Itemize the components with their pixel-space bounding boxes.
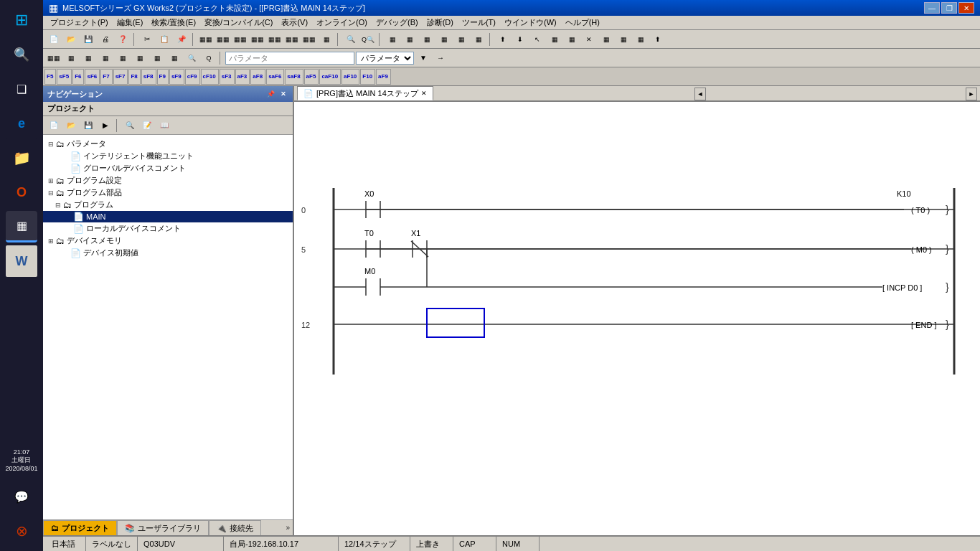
- fkey-af3[interactable]: aF3: [235, 69, 250, 85]
- tb-icon-o[interactable]: ⬆: [495, 32, 511, 47]
- fkey-f5[interactable]: F5: [44, 69, 56, 85]
- tb2-icon-h[interactable]: 🔍: [184, 51, 199, 65]
- gxworks-button[interactable]: ▦: [6, 211, 37, 242]
- nav-search-btn[interactable]: 🔍: [122, 118, 138, 133]
- tb-icon-r[interactable]: ▦: [547, 32, 562, 47]
- notification-button[interactable]: 💬: [6, 481, 37, 512]
- tb2-icon-b[interactable]: ▦: [80, 51, 96, 65]
- tree-item-intelligent[interactable]: 📄 インテリジェント機能ユニット: [43, 150, 293, 162]
- fkey-f6[interactable]: F6: [72, 69, 84, 85]
- nav-compile-btn[interactable]: ▶: [98, 118, 113, 133]
- active-tab[interactable]: 📄 [PRG]書込 MAIN 14ステップ ✕: [297, 86, 433, 100]
- windows-start-button[interactable]: ⊞: [6, 4, 37, 36]
- menu-debug[interactable]: デバッグ(B): [372, 16, 423, 29]
- nav-pin-button[interactable]: 📌: [265, 90, 277, 98]
- tab-nav-left[interactable]: ◄: [694, 88, 706, 100]
- fkey-sf3[interactable]: sF3: [220, 69, 235, 85]
- param-search-combo[interactable]: パラメータ: [356, 52, 414, 65]
- nav-write-btn[interactable]: 📝: [139, 118, 155, 133]
- fkey-f9[interactable]: F9: [157, 69, 169, 85]
- close-apps-icon[interactable]: ⊗: [6, 515, 37, 547]
- tb-icon-l[interactable]: ▦: [436, 32, 452, 47]
- menu-edit[interactable]: 編集(E): [113, 16, 148, 29]
- fkey-af8[interactable]: aF8: [250, 69, 265, 85]
- fkey-sf9[interactable]: sF9: [169, 69, 184, 85]
- menu-project[interactable]: プロジェクト(P): [46, 16, 113, 29]
- edge-button[interactable]: e: [6, 108, 37, 139]
- tree-item-local-device[interactable]: 📄 ローカルデバイスコメント: [43, 222, 293, 235]
- ladder-area[interactable]: 0 X0 K10 ( T0 ) 5: [294, 102, 980, 535]
- tb-icon-m[interactable]: ▦: [453, 32, 469, 47]
- fkey-f8[interactable]: F8: [128, 69, 140, 85]
- fkey-caf10[interactable]: caF10: [319, 69, 341, 85]
- nav-read-btn[interactable]: 📖: [156, 118, 172, 133]
- param-search-btn[interactable]: ▼: [415, 51, 431, 65]
- menu-search[interactable]: 検索/置換(E): [147, 16, 200, 29]
- print-button[interactable]: 🖨: [98, 32, 113, 47]
- nav-close-button[interactable]: ✕: [278, 90, 288, 98]
- fkey-sf7[interactable]: sF7: [113, 69, 128, 85]
- tree-item-device-init[interactable]: 📄 デバイス初期値: [43, 247, 293, 259]
- tree-item-prog-parts[interactable]: ⊟ 🗂 プログラム部品: [43, 187, 293, 199]
- fkey-sf8[interactable]: sF8: [141, 69, 156, 85]
- close-button[interactable]: ✕: [958, 2, 974, 14]
- minimize-button[interactable]: —: [924, 2, 940, 14]
- tb-icon-a[interactable]: ▦▦: [198, 32, 214, 47]
- menu-convert[interactable]: 変換/コンパイル(C): [200, 16, 277, 29]
- office-button[interactable]: O: [6, 176, 37, 208]
- word-button[interactable]: W: [6, 245, 37, 277]
- tb-icon-x[interactable]: ⬆: [650, 32, 666, 47]
- tb2-icon-e[interactable]: ▦: [132, 51, 148, 65]
- tree-item-device-memory[interactable]: ⊞ 🗂 デバイスメモリ: [43, 235, 293, 247]
- tb2-icon-g[interactable]: ▦: [166, 51, 182, 65]
- tb-icon-k[interactable]: ▦: [419, 32, 435, 47]
- tab-nav-right[interactable]: ►: [966, 88, 977, 100]
- fkey-sf6[interactable]: sF6: [85, 69, 100, 85]
- tb-icon-v[interactable]: ▦: [616, 32, 631, 47]
- fkey-af10[interactable]: aF10: [341, 69, 359, 85]
- tree-item-program[interactable]: ⊟ 🗂 プログラム: [43, 199, 293, 211]
- system-clock[interactable]: 21:07 土曜日 2020/08/01: [5, 448, 37, 478]
- menu-help[interactable]: ヘルプ(H): [561, 16, 604, 29]
- tb-icon-d[interactable]: ▦▦: [250, 32, 265, 47]
- fkey-cf9[interactable]: cF9: [185, 69, 200, 85]
- menu-view[interactable]: 表示(V): [277, 16, 312, 29]
- tab-close-button[interactable]: ✕: [421, 90, 427, 97]
- search-button[interactable]: 🔍: [6, 39, 37, 70]
- fkey-cf10[interactable]: cF10: [201, 69, 219, 85]
- tb-icon-f[interactable]: ▦▦: [284, 32, 300, 47]
- tb-icon-w[interactable]: ▦: [633, 32, 649, 47]
- copy-button[interactable]: 📋: [156, 32, 172, 47]
- tree-item-main[interactable]: 📄 MAIN: [43, 211, 293, 222]
- tb-icon-b[interactable]: ▦▦: [215, 32, 231, 47]
- fkey-sf5[interactable]: sF5: [57, 69, 72, 85]
- tb-icon-h[interactable]: ▦: [319, 32, 334, 47]
- menu-online[interactable]: オンライン(O): [312, 16, 372, 29]
- help-button[interactable]: ❓: [115, 32, 131, 47]
- tab-connection[interactable]: 🔌 接続先: [209, 520, 261, 536]
- explorer-button[interactable]: 📁: [6, 142, 37, 174]
- restore-button[interactable]: ❐: [941, 2, 957, 14]
- menu-tools[interactable]: ツール(T): [458, 16, 500, 29]
- fkey-af5[interactable]: aF5: [304, 69, 319, 85]
- tb2-icon-c[interactable]: ▦: [98, 51, 113, 65]
- tb-icon-u[interactable]: ▦: [598, 32, 614, 47]
- tb-icon-g[interactable]: ▦▦: [301, 32, 317, 47]
- zoom-button[interactable]: Q🔍: [360, 32, 376, 47]
- new-button[interactable]: 📄: [46, 32, 62, 47]
- tree-item-prog-settings[interactable]: ⊞ 🗂 プログラム設定: [43, 174, 293, 187]
- tb-icon-c[interactable]: ▦▦: [232, 32, 248, 47]
- tb2-icon-f[interactable]: ▦: [149, 51, 165, 65]
- tb2-icon-i[interactable]: Q: [201, 51, 217, 65]
- nav-save-btn[interactable]: 💾: [80, 118, 96, 133]
- tb-icon-i[interactable]: ▦: [385, 32, 400, 47]
- menu-window[interactable]: ウインドウ(W): [500, 16, 561, 29]
- nav-open-btn[interactable]: 📂: [63, 118, 79, 133]
- tb-icon-p[interactable]: ⬇: [512, 32, 528, 47]
- fkey-f10[interactable]: F10: [360, 69, 375, 85]
- nav-new-btn[interactable]: 📄: [46, 118, 62, 133]
- taskview-button[interactable]: ❑: [6, 73, 37, 105]
- tree-item-global-device[interactable]: 📄 グローバルデバイスコメント: [43, 162, 293, 174]
- tb-icon-t[interactable]: ✕: [581, 32, 597, 47]
- tb2-icon-a[interactable]: ▦: [63, 51, 79, 65]
